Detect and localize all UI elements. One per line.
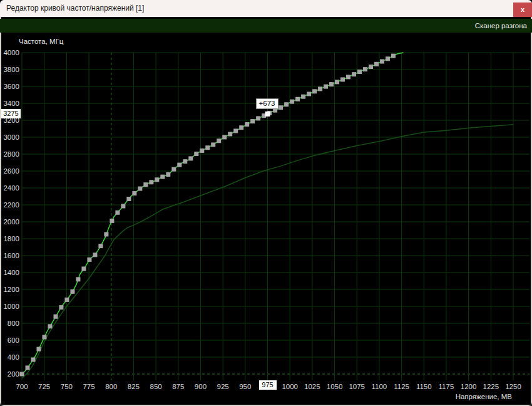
y-tick-label: 1000: [3, 303, 19, 310]
curve-marker[interactable]: [301, 95, 305, 99]
y-tick-label: 200: [8, 370, 19, 378]
curve-marker[interactable]: [391, 54, 396, 58]
curve-marker[interactable]: [324, 85, 328, 89]
curve-marker[interactable]: [279, 105, 283, 110]
x-tick-label: 850: [150, 383, 161, 390]
title-bar[interactable]: Редактор кривой частот/напряжений [1]: [0, 0, 532, 17]
curve-marker[interactable]: [239, 125, 243, 130]
y-tick-label: 3400: [3, 100, 19, 107]
curve-marker[interactable]: [211, 142, 215, 147]
curve-marker[interactable]: [228, 132, 232, 136]
y-tick-label: 1600: [3, 252, 19, 259]
curve-marker[interactable]: [81, 266, 86, 271]
y-tick-label: 2800: [3, 150, 19, 158]
y-tick-label: 2000: [3, 218, 19, 226]
close-button[interactable]: x: [513, 3, 532, 17]
curve-marker[interactable]: [110, 219, 114, 223]
selected-frequency-badge: 3275: [1, 109, 21, 118]
y-tick-label: 3600: [3, 83, 19, 90]
y-tick-label: 3000: [3, 133, 19, 141]
curve-marker[interactable]: [104, 232, 108, 236]
x-tick-label: 825: [128, 383, 140, 390]
x-tick-label: 1100: [372, 383, 387, 390]
x-tick-label: 1175: [439, 383, 454, 390]
curve-marker[interactable]: [233, 128, 238, 133]
window-title: Редактор кривой частот/напряжений [1]: [6, 4, 144, 13]
curve-marker[interactable]: [380, 60, 384, 64]
x-tick-label: 800: [105, 383, 117, 390]
curve-marker[interactable]: [340, 77, 345, 81]
curve-marker[interactable]: [42, 335, 46, 340]
curve-marker[interactable]: [222, 135, 227, 139]
curve-marker[interactable]: [20, 372, 24, 377]
x-tick-label: 925: [217, 383, 229, 390]
curve-marker[interactable]: [115, 211, 120, 215]
curve-marker[interactable]: [98, 244, 103, 248]
curve-marker[interactable]: [256, 116, 260, 120]
curve-marker[interactable]: [59, 305, 63, 310]
curve-marker[interactable]: [31, 357, 35, 362]
curve-marker[interactable]: [329, 82, 334, 86]
x-tick-label: 1025: [304, 383, 320, 390]
curve-marker[interactable]: [48, 324, 52, 328]
curve-marker[interactable]: [70, 289, 74, 294]
curve-marker[interactable]: [166, 172, 170, 177]
curve-marker[interactable]: [245, 122, 249, 127]
y-tick-label: 2400: [3, 184, 19, 192]
y-tick-label: 2200: [3, 201, 19, 209]
curve-marker[interactable]: [132, 191, 136, 195]
curve-marker[interactable]: [217, 138, 221, 143]
curve-marker[interactable]: [143, 182, 148, 187]
vf-curve-chart-canvas[interactable]: 7007257507758008258508759009259501000102…: [0, 0, 532, 406]
y-tick-label: 600: [8, 336, 19, 344]
curve-marker[interactable]: [250, 119, 255, 123]
y-tick-label: 1200: [3, 286, 19, 293]
curve-marker[interactable]: [386, 56, 390, 61]
curve-marker[interactable]: [149, 180, 153, 184]
curve-marker[interactable]: [312, 89, 317, 93]
curve-marker[interactable]: [76, 277, 80, 281]
x-tick-label: 700: [16, 383, 28, 390]
curve-marker[interactable]: [284, 102, 289, 107]
curve-marker[interactable]: [87, 258, 91, 262]
curve-marker[interactable]: [369, 65, 373, 69]
curve-marker[interactable]: [352, 72, 356, 76]
curve-marker[interactable]: [200, 148, 204, 153]
curve-editor-window: 7007257507758008258508759009259501000102…: [0, 0, 532, 406]
overclocking-scanner-button[interactable]: Сканер разгона: [475, 19, 527, 33]
y-tick-label: 1800: [3, 235, 19, 242]
curve-marker[interactable]: [346, 75, 350, 79]
y-tick-label: 2600: [3, 167, 19, 175]
x-tick-label: 1250: [505, 383, 521, 390]
curve-marker[interactable]: [121, 204, 125, 208]
curve-marker[interactable]: [183, 159, 187, 164]
curve-marker[interactable]: [188, 156, 193, 160]
curve-marker[interactable]: [155, 177, 159, 182]
curve-marker[interactable]: [318, 86, 322, 91]
x-tick-label: 1200: [461, 383, 477, 390]
curve-marker[interactable]: [53, 315, 58, 319]
curve-marker[interactable]: [335, 80, 339, 84]
selected-curve-marker[interactable]: [265, 112, 270, 117]
curve-marker[interactable]: [138, 187, 142, 191]
curve-marker[interactable]: [126, 197, 131, 201]
curve-marker[interactable]: [194, 152, 198, 156]
offset-vf-curve: [22, 53, 403, 374]
curve-marker[interactable]: [307, 91, 311, 96]
curve-marker[interactable]: [177, 163, 182, 167]
curve-marker[interactable]: [25, 365, 29, 370]
x-tick-label: 1150: [416, 383, 432, 390]
curve-marker[interactable]: [171, 167, 176, 172]
curve-marker[interactable]: [93, 252, 97, 257]
x-tick-label: 1075: [349, 383, 365, 390]
curve-marker[interactable]: [357, 70, 362, 74]
curve-marker[interactable]: [205, 145, 210, 150]
curve-marker[interactable]: [36, 347, 41, 351]
curve-marker[interactable]: [160, 175, 165, 179]
curve-marker[interactable]: [295, 97, 300, 102]
y-tick-label: 4000: [3, 49, 19, 56]
curve-marker[interactable]: [363, 67, 367, 71]
curve-marker[interactable]: [374, 62, 379, 66]
curve-marker[interactable]: [64, 298, 69, 302]
curve-marker[interactable]: [290, 100, 294, 104]
